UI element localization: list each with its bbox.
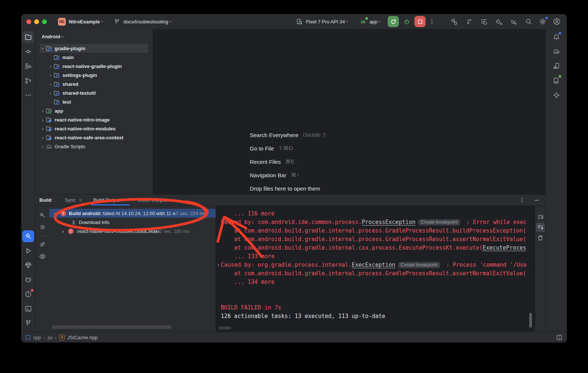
view-options-eye-icon[interactable] [38, 252, 47, 261]
chevron-collapsed-icon[interactable] [62, 228, 68, 234]
minimize-window-button[interactable] [34, 19, 39, 24]
chevron-collapsed-icon[interactable] [48, 90, 54, 96]
clear-all-icon[interactable] [536, 233, 545, 242]
logcat-tool-button[interactable] [22, 274, 34, 286]
chevron-expanded-icon[interactable] [55, 211, 61, 216]
close-tab-icon[interactable] [78, 198, 82, 203]
tab-sync[interactable]: Sync [65, 195, 83, 205]
exception-link[interactable]: ProcessException [362, 219, 416, 226]
tree-row-settings-plugin[interactable]: settings-plugin [40, 71, 148, 80]
chevron-collapsed-icon[interactable] [48, 72, 54, 78]
create-breakpoint-badge[interactable]: Create breakpoint [418, 219, 460, 226]
source-link[interactable]: ExecuteProces [482, 244, 526, 251]
terminal-tool-button[interactable] [22, 303, 34, 315]
running-devices-tool-button[interactable] [550, 75, 562, 87]
tree-row-gradle-plugin[interactable]: gradle-plugin [40, 44, 148, 53]
project-tool-button[interactable] [22, 31, 34, 43]
gradle-tool-button[interactable] [550, 46, 562, 58]
scroll-to-end-icon[interactable] [536, 223, 545, 232]
build-output-tree: ! Build android: failed At 14.10.24, 12:… [49, 206, 216, 332]
build-left-toolbar [35, 206, 49, 332]
tree-row-main[interactable]: main [40, 53, 148, 62]
build-root-row[interactable]: ! Build android: failed At 14.10.24, 12:… [49, 209, 216, 218]
console-vertical-scrollbar[interactable] [529, 313, 532, 328]
project-tree: gradle-plugin main [35, 44, 153, 151]
project-name[interactable]: NitroExample [69, 19, 100, 25]
tree-row-shared[interactable]: shared [40, 80, 148, 88]
more-actions-icon[interactable] [427, 17, 437, 26]
tree-row-react-native-nitro-image[interactable]: react-native-nitro-image [40, 115, 148, 124]
breadcrumb-file[interactable]: JSICache.hpp [67, 335, 98, 340]
search-icon[interactable] [524, 17, 533, 26]
chevron-expanded-icon[interactable] [40, 46, 46, 51]
tree-horizontal-scrollbar[interactable] [52, 325, 172, 329]
exception-link[interactable]: ExecException [352, 262, 395, 268]
tree-row-react-native-gradle-plugin[interactable]: react-native-gradle-plugin [40, 62, 148, 71]
resource-manager-tool-button[interactable] [22, 60, 34, 72]
apply-changes-icon[interactable]: A [464, 17, 474, 26]
zoom-window-button[interactable] [42, 19, 47, 24]
build-tool-button[interactable] [22, 230, 34, 242]
device-explorer-tool-button[interactable] [550, 60, 562, 72]
tree-row-app[interactable]: app [40, 106, 148, 115]
tree-row-react-native-safe-area-context[interactable]: react-native-safe-area-context [40, 133, 148, 142]
gem-tool-button[interactable] [22, 259, 34, 271]
run-configuration-selector[interactable]: app [358, 17, 381, 26]
chevron-collapsed-icon[interactable] [40, 108, 46, 114]
notifications-tool-button[interactable] [550, 31, 562, 43]
drop-files-hint: Drop files here to open them [250, 184, 327, 192]
stop-build-icon[interactable] [38, 222, 47, 232]
build-console[interactable]: ... 116 more Caused by: com.android.ide.… [216, 206, 535, 332]
tree-row-test[interactable]: test [40, 97, 148, 106]
download-info-row[interactable]: Download info [49, 218, 216, 227]
chevron-collapsed-icon[interactable] [40, 135, 46, 140]
tab-build-analyzer[interactable]: Build Analyzer [138, 195, 175, 205]
breadcrumb-jsi[interactable]: jsi [48, 335, 52, 340]
device-selector[interactable]: Pixel 7 Pro API 34 [294, 17, 348, 26]
version-control-tool-button[interactable] [22, 317, 34, 329]
create-breakpoint-badge[interactable]: Create breakpoint [398, 262, 440, 268]
module-folder-icon [46, 45, 52, 52]
build-icon[interactable] [449, 17, 459, 26]
chevron-collapsed-icon[interactable] [48, 81, 54, 87]
run-tool-button[interactable] [22, 245, 34, 257]
console-line [221, 286, 535, 295]
pull-requests-tool-button[interactable] [22, 75, 34, 87]
event-log-icon[interactable] [556, 334, 562, 341]
close-tab-icon[interactable] [171, 198, 175, 203]
ide-window: NE NitroExample docs/troubleshooting Pix… [21, 14, 567, 343]
problems-tool-button[interactable] [22, 288, 34, 300]
chevron-collapsed-icon[interactable] [40, 117, 46, 123]
tree-row-react-native-nitro-modules[interactable]: react-native-nitro-modules [40, 124, 148, 133]
breadcrumb-cpp[interactable]: cpp [33, 335, 41, 340]
branch-name[interactable]: docs/troubleshooting [123, 19, 168, 25]
gemini-tool-button[interactable] [550, 89, 562, 101]
chevron-collapsed-icon[interactable] [48, 64, 54, 69]
profiler-icon[interactable] [509, 17, 518, 26]
chevron-collapsed-icon[interactable] [40, 126, 46, 132]
console-horizontal-scrollbar[interactable] [219, 327, 231, 330]
close-window-button[interactable] [26, 19, 31, 24]
account-icon[interactable] [552, 17, 562, 26]
commit-tool-button[interactable] [22, 46, 34, 58]
attach-debugger-icon[interactable] [494, 17, 504, 26]
close-tab-icon[interactable] [123, 198, 127, 203]
project-view-selector[interactable]: Android [35, 29, 153, 39]
tab-build-output[interactable]: Build Output [93, 195, 127, 205]
restart-build-icon[interactable] [38, 210, 47, 220]
stop-button[interactable] [414, 16, 426, 27]
failed-task-row[interactable]: ! :react-native-nitro-modules:buildCMake… [49, 227, 216, 236]
tree-row-shared-testutil[interactable]: shared-testutil [40, 88, 148, 97]
settings-icon[interactable] [538, 17, 547, 26]
expand-chevron-icon[interactable]: › [217, 261, 220, 269]
more-tool-windows-button[interactable] [22, 89, 34, 101]
options-kebab-icon[interactable] [517, 195, 527, 205]
hide-tool-window-icon[interactable] [532, 195, 542, 205]
tree-row-gradle-scripts[interactable]: Gradle Scripts [40, 142, 148, 151]
rerun-button[interactable] [388, 16, 399, 27]
soft-wrap-icon[interactable] [536, 213, 545, 221]
chevron-collapsed-icon[interactable] [40, 144, 46, 149]
debug-button[interactable] [402, 17, 411, 26]
pin-tab-icon[interactable] [38, 240, 47, 249]
apply-code-changes-icon[interactable] [479, 17, 489, 26]
